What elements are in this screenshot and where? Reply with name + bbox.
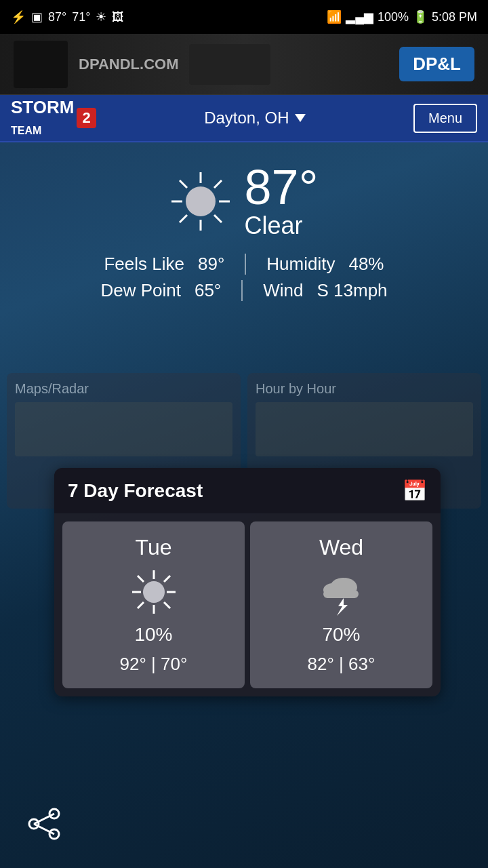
wifi-icon: 📶 — [327, 9, 342, 24]
svg-line-6 — [214, 180, 222, 188]
forecast-day-tue: Tue 10% 92° | 70° — [62, 521, 245, 688]
current-weather-sun-icon — [170, 171, 231, 232]
forecast-widget[interactable]: 7 Day Forecast 📅 Tue 10% — [54, 468, 441, 696]
day-name-tue: Tue — [136, 535, 172, 560]
status-bar: ⚡ ▣ 87° 71° ☀ 🖼 📶 ▂▄▆ 100% 🔋 5:08 PM — [0, 0, 488, 34]
svg-marker-21 — [337, 598, 348, 616]
battery-percent: 100% — [378, 10, 409, 24]
dew-point-label: Dew Point — [100, 280, 181, 301]
svg-line-4 — [180, 180, 187, 188]
storm-team-label: STORMTEAM — [11, 97, 74, 139]
tue-weather-icon — [130, 568, 178, 616]
forecast-title: 7 Day Forecast — [68, 480, 203, 502]
share-icon — [27, 807, 61, 841]
current-weather: 87° Clear Feels Like 89° Humidity 48% De… — [0, 142, 488, 308]
storm-team-number: 2 — [77, 108, 96, 128]
calendar-icon: 📅 — [402, 479, 427, 502]
banner-website: DPANDL.COM — [79, 56, 178, 73]
bg-maps-title: Maps/Radar — [15, 381, 232, 397]
tue-temp-range: 92° | 70° — [120, 654, 188, 675]
signal-icon: ▂▄▆ — [346, 9, 373, 24]
menu-button[interactable]: Menu — [413, 104, 477, 133]
svg-point-8 — [186, 186, 216, 216]
feels-like-label: Feels Like — [104, 254, 184, 275]
location-text: Dayton, OH — [204, 108, 289, 127]
tue-precip: 10% — [134, 624, 172, 646]
banner-ad[interactable]: DPANDL.COM DP&L — [0, 34, 488, 95]
battery-status-icon: ▣ — [31, 9, 43, 24]
detail-row-2: Dew Point 65° Wind S 13mph — [100, 280, 387, 301]
svg-line-26 — [34, 824, 54, 834]
location-arrow-icon — [295, 114, 306, 122]
wed-temp-range: 82° | 63° — [308, 654, 375, 675]
bg-hour-title: Hour by Hour — [256, 381, 473, 397]
current-temp: 87° — [245, 163, 319, 212]
svg-line-15 — [164, 576, 170, 582]
svg-line-13 — [138, 576, 144, 582]
svg-line-14 — [164, 602, 170, 608]
weather-details: Feels Like 89° Humidity 48% Dew Point 65… — [14, 254, 474, 301]
storm-logo: STORMTEAM 2 — [11, 97, 96, 139]
forecast-day-wed: Wed 70% 82° | 63° — [250, 521, 432, 688]
usb-icon: ⚡ — [11, 9, 26, 24]
wed-weather-icon — [318, 568, 365, 616]
feels-like-temp: 71° — [72, 10, 90, 24]
weather-status-icon: ☀ — [96, 9, 106, 24]
app-header: STORMTEAM 2 Dayton, OH Menu — [0, 95, 488, 142]
svg-line-7 — [180, 215, 187, 222]
status-left: ⚡ ▣ 87° 71° ☀ 🖼 — [11, 9, 124, 24]
svg-line-25 — [34, 814, 54, 824]
humidity-value: 48% — [348, 254, 384, 275]
wed-precip: 70% — [322, 624, 360, 646]
location-display[interactable]: Dayton, OH — [204, 108, 305, 127]
share-button[interactable] — [20, 800, 68, 848]
temp-reading: 87° — [48, 10, 66, 24]
humidity-label: Humidity — [266, 254, 335, 275]
dp-logo: DP&L — [399, 47, 474, 81]
svg-point-17 — [143, 581, 165, 603]
image-icon: 🖼 — [112, 10, 124, 24]
status-right: 📶 ▂▄▆ 100% 🔋 5:08 PM — [327, 9, 477, 24]
svg-line-16 — [138, 602, 144, 608]
wind-value: S 13mph — [317, 280, 388, 301]
feels-like-value: 89° — [198, 254, 224, 275]
clock-time: 5:08 PM — [432, 10, 477, 24]
forecast-header: 7 Day Forecast 📅 — [54, 468, 441, 513]
forecast-days: Tue 10% 92° | 70° Wed — [54, 513, 441, 696]
temp-display: 87° Clear — [245, 163, 319, 240]
current-condition: Clear — [245, 212, 303, 240]
day-name-wed: Wed — [319, 535, 363, 560]
wind-label: Wind — [263, 280, 303, 301]
battery-icon: 🔋 — [413, 9, 428, 24]
svg-rect-20 — [323, 590, 359, 598]
dew-point-value: 65° — [195, 280, 221, 301]
svg-line-5 — [214, 215, 222, 222]
detail-row-1: Feels Like 89° Humidity 48% — [104, 254, 384, 275]
